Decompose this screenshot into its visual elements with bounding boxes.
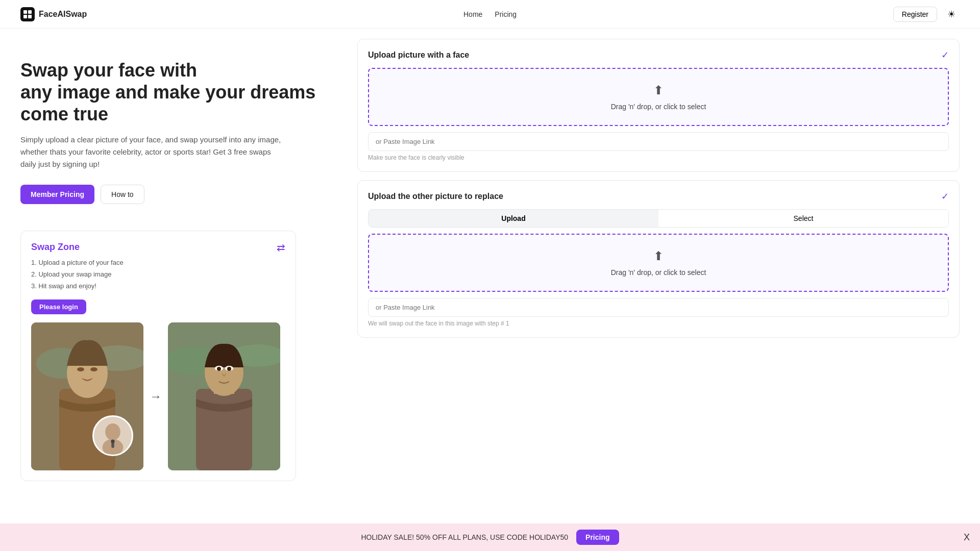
instruction-2: 2. Upload your swap image (31, 268, 285, 280)
source-image (31, 322, 143, 470)
upload-replace-header: Upload the other picture to replace ✓ (368, 191, 949, 202)
swap-zone-title: Swap Zone (31, 242, 80, 253)
svg-point-26 (217, 367, 221, 371)
svg-point-10 (77, 367, 84, 371)
tab-select[interactable]: Select (658, 210, 948, 227)
hero-title: Swap your face with any image and make y… (20, 59, 327, 126)
upload-replace-card: Upload the other picture to replace ✓ Up… (357, 180, 960, 338)
nav-pricing[interactable]: Pricing (495, 10, 517, 18)
face-dropzone-text: Drag 'n' drop, or click to select (611, 103, 706, 111)
upload-face-card: Upload picture with a face ✓ ⬆ Drag 'n' … (357, 39, 960, 172)
svg-rect-3 (28, 15, 32, 18)
upload-face-header: Upload picture with a face ✓ (368, 49, 949, 61)
face-paste-input[interactable] (368, 132, 949, 151)
svg-rect-24 (225, 363, 233, 365)
swap-zone-card: Swap Zone ⇄ 1. Upload a picture of your … (20, 231, 296, 481)
swap-icon[interactable]: ⇄ (277, 241, 285, 254)
face-upload-hint: Make sure the face is clearly visible (368, 154, 949, 161)
hero-buttons: Member Pricing How to (20, 185, 327, 204)
hero-section: Swap your face with any image and make y… (0, 29, 347, 231)
svg-rect-2 (23, 15, 27, 18)
logo-icon (20, 7, 35, 21)
svg-rect-1 (28, 10, 32, 14)
upload-tabs: Upload Select (368, 209, 949, 228)
replace-dropzone[interactable]: ⬆ Drag 'n' drop, or click to select (368, 234, 949, 292)
face-check-icon: ✓ (941, 49, 949, 61)
svg-rect-23 (215, 363, 223, 365)
upload-icon: ⬆ (653, 83, 664, 97)
navbar: FaceAISwap Home Pricing Register ☀ (0, 0, 980, 29)
instruction-3: 3. Hit swap and enjoy! (31, 280, 285, 292)
result-image (168, 322, 280, 470)
upload-replace-title: Upload the other picture to replace (368, 192, 503, 201)
nav-right: Register ☀ (893, 6, 960, 22)
please-login-button[interactable]: Please login (31, 299, 86, 314)
arrow-icon: → (150, 389, 162, 404)
instruction-1: 1. Upload a picture of your face (31, 257, 285, 268)
logo-text: FaceAISwap (39, 10, 87, 19)
logo: FaceAISwap (20, 7, 87, 21)
how-to-button[interactable]: How to (101, 185, 144, 204)
face-avatar (92, 415, 133, 456)
svg-rect-20 (196, 389, 252, 470)
nav-home[interactable]: Home (463, 10, 482, 18)
theme-toggle-button[interactable]: ☀ (943, 6, 960, 22)
svg-point-13 (105, 423, 120, 440)
nav-links: Home Pricing (463, 10, 517, 18)
member-pricing-button[interactable]: Member Pricing (20, 185, 94, 204)
register-button[interactable]: Register (893, 7, 937, 22)
svg-point-11 (90, 367, 97, 371)
replace-check-icon: ✓ (941, 191, 949, 202)
upload-icon-2: ⬆ (653, 249, 664, 263)
svg-rect-0 (23, 10, 27, 14)
upload-face-title: Upload picture with a face (368, 51, 469, 60)
swap-zone-header: Swap Zone ⇄ (31, 241, 285, 254)
svg-point-16 (111, 439, 114, 443)
right-panel: Upload picture with a face ✓ ⬆ Drag 'n' … (347, 29, 980, 356)
face-dropzone[interactable]: ⬆ Drag 'n' drop, or click to select (368, 68, 949, 126)
swap-instructions: 1. Upload a picture of your face 2. Uplo… (31, 257, 285, 292)
hero-subtitle: Simply upload a clear picture of your fa… (20, 134, 286, 170)
replace-dropzone-text: Drag 'n' drop, or click to select (611, 268, 706, 277)
tab-upload[interactable]: Upload (369, 210, 658, 227)
swap-images: → (31, 322, 285, 470)
svg-point-28 (227, 367, 231, 371)
replace-paste-input[interactable] (368, 298, 949, 317)
replace-upload-hint: We will swap out the face in this image … (368, 320, 949, 327)
